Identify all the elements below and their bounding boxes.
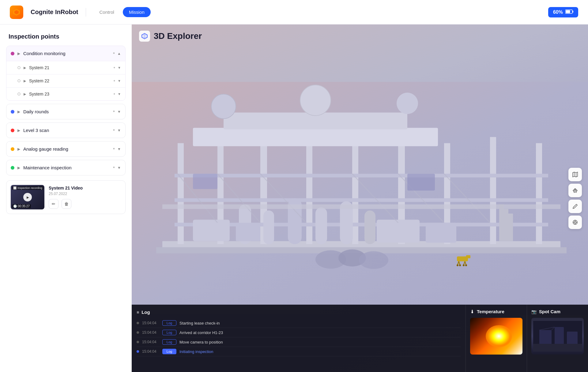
- delete-video-button[interactable]: 🗑: [62, 199, 71, 209]
- sub-item-system22[interactable]: ▶ System 22 • ▼: [6, 74, 125, 87]
- svg-rect-11: [306, 143, 312, 244]
- temperature-icon: 🌡: [470, 309, 474, 314]
- log-time-0: 15:04:04: [142, 321, 159, 325]
- group-name-daily: Daily rounds: [23, 109, 113, 114]
- sub-more-system21[interactable]: •: [114, 65, 115, 70]
- camera-visual: [531, 318, 584, 355]
- temperature-visual: [470, 318, 522, 355]
- sub-dot-system22: [17, 79, 21, 82]
- group-more-analog[interactable]: •: [113, 146, 115, 152]
- svg-rect-82: [533, 344, 582, 351]
- app-name: Cognite InRobot: [31, 9, 78, 16]
- log-time-2: 15:04:04: [142, 340, 159, 344]
- tab-control[interactable]: Control: [93, 7, 120, 17]
- group-more-maintenance[interactable]: •: [113, 164, 115, 171]
- sub-name-system21: System 21: [29, 65, 114, 70]
- sub-name-system22: System 22: [29, 78, 114, 83]
- temp-panel-header: 🌡 Temperature: [470, 309, 522, 314]
- cam-title: Spot Cam: [539, 309, 560, 314]
- log-msg-0: Starting lease check-in: [179, 321, 461, 325]
- tab-mission[interactable]: Mission: [123, 7, 151, 17]
- svg-rect-32: [364, 211, 375, 244]
- group-dot-analog: [11, 147, 14, 151]
- group-expand-daily[interactable]: ▼: [117, 110, 121, 114]
- svg-point-58: [457, 265, 458, 266]
- svg-rect-18: [175, 198, 548, 202]
- group-dot-daily: [11, 110, 14, 114]
- log-row-3: 15:04:04 Log Initiating inspection: [137, 347, 461, 356]
- group-dot-level3: [11, 129, 14, 132]
- sub-expand-system23[interactable]: ▼: [118, 92, 121, 96]
- sub-item-system21[interactable]: ▶ System 21 • ▼: [6, 61, 125, 74]
- sidebar: Inspection points ▶ Condition monitoring…: [0, 24, 132, 372]
- group-expand-level3[interactable]: ▼: [117, 128, 121, 133]
- group-name-maintenance: Maintenance inspection: [23, 165, 113, 170]
- group-chevron-daily: ▶: [17, 110, 20, 114]
- svg-rect-45: [504, 209, 508, 241]
- explorer-header: 3D Explorer: [139, 31, 202, 42]
- sub-item-system23[interactable]: ▶ System 23 • ▼: [6, 87, 125, 100]
- video-actions: ✏ 🗑: [49, 199, 121, 209]
- sidebar-title: Inspection points: [6, 33, 126, 40]
- svg-rect-12: [352, 137, 358, 244]
- video-thumbnail[interactable]: ▶ ⬜ Inspection recording 🕐 00:35:27: [11, 185, 44, 209]
- svg-point-60: [463, 265, 465, 266]
- sub-expand-system22[interactable]: ▼: [118, 79, 121, 83]
- sub-chevron-system21: ▶: [24, 66, 26, 70]
- svg-rect-35: [377, 220, 420, 243]
- group-level3-scan[interactable]: ▶ Level 3 scan • ▼: [6, 122, 126, 138]
- pencil-button[interactable]: [568, 200, 582, 213]
- group-chevron-analog: ▶: [17, 147, 20, 151]
- log-msg-2: Move camera to position: [179, 340, 461, 344]
- header: Cognite InRobot Control Mission 60%: [0, 0, 588, 24]
- map-button[interactable]: [568, 168, 582, 181]
- svg-point-49: [359, 251, 388, 269]
- group-name-condition: Condition monitoring: [23, 51, 113, 56]
- play-button[interactable]: ▶: [23, 193, 32, 201]
- log-badge-1: Log: [162, 330, 176, 335]
- svg-rect-46: [508, 214, 513, 241]
- svg-point-66: [574, 190, 575, 191]
- svg-point-59: [459, 265, 461, 266]
- log-badge-0: Log: [162, 320, 176, 326]
- svg-rect-8: [178, 143, 184, 244]
- svg-rect-51: [407, 174, 435, 191]
- robot-button[interactable]: [568, 184, 582, 197]
- group-name-analog: Analog gauge reading: [23, 146, 113, 152]
- nav-tabs: Control Mission: [93, 7, 151, 17]
- battery-badge: 60%: [548, 7, 578, 17]
- sub-more-system22[interactable]: •: [114, 78, 115, 84]
- svg-rect-19: [175, 223, 548, 227]
- group-dot-maintenance: [11, 166, 14, 170]
- camera-scene: [531, 318, 584, 355]
- group-more-daily[interactable]: •: [113, 108, 115, 115]
- sub-more-system23[interactable]: •: [114, 91, 115, 97]
- video-duration: 🕐 00:35:27: [12, 204, 31, 208]
- header-left: Cognite InRobot Control Mission: [10, 6, 151, 19]
- group-name-level3: Level 3 scan: [23, 128, 113, 133]
- group-expand-maintenance[interactable]: ▼: [117, 166, 121, 170]
- battery-icon: [565, 9, 573, 15]
- group-more-condition[interactable]: •: [113, 50, 115, 57]
- group-daily-rounds[interactable]: ▶ Daily rounds • ▼: [6, 104, 126, 119]
- group-analog-gauge[interactable]: ▶ Analog gauge reading • ▼: [6, 141, 126, 157]
- group-expand-analog[interactable]: ▼: [117, 147, 121, 151]
- group-expand-condition[interactable]: ▲: [117, 51, 121, 56]
- svg-rect-20: [193, 128, 438, 146]
- svg-rect-30: [315, 208, 327, 244]
- group-chevron-maintenance: ▶: [17, 166, 20, 170]
- log-dot-0: [137, 322, 139, 324]
- group-maintenance[interactable]: ▶ Maintenance inspection • ▼: [6, 160, 126, 175]
- sub-expand-system21[interactable]: ▼: [118, 66, 121, 70]
- group-condition-monitoring-header[interactable]: ▶ Condition monitoring • ▲: [6, 46, 125, 61]
- group-more-level3[interactable]: •: [113, 127, 115, 133]
- log-time-1: 15:04:04: [142, 330, 159, 335]
- edit-video-button[interactable]: ✏: [49, 199, 58, 209]
- video-card: ▶ ⬜ Inspection recording 🕐 00:35:27 Syst…: [6, 180, 126, 214]
- group-chevron-level3: ▶: [17, 128, 20, 133]
- video-date: 25.07.2022: [49, 192, 121, 196]
- grid-button[interactable]: [568, 216, 582, 229]
- log-row-0: 15:04:04 Log Starting lease check-in: [137, 318, 461, 328]
- sub-chevron-system23: ▶: [24, 92, 26, 96]
- spot-cam-panel: 📷 Spot Cam: [527, 305, 588, 372]
